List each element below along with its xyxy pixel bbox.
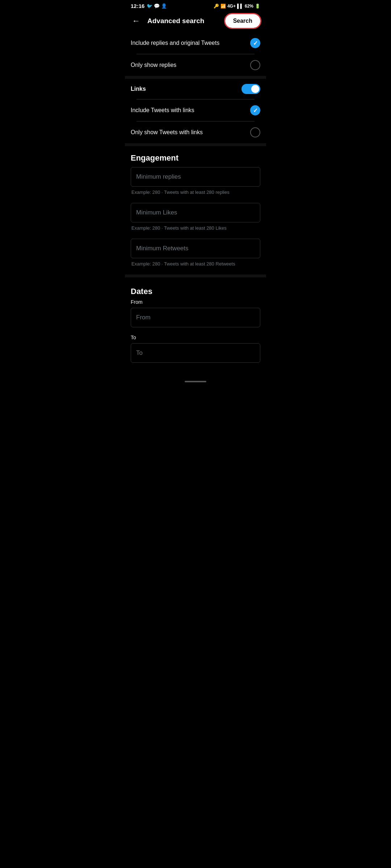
min-likes-group: Example: 280 · Tweets with at least 280 …: [125, 203, 266, 239]
bottom-indicator: [185, 381, 206, 382]
include-replies-label: Include replies and original Tweets: [131, 40, 219, 46]
status-right: 🔑 📶 4G+ ▌▌ 62% 🔋: [214, 4, 260, 9]
engagement-title: Engagement: [131, 153, 178, 162]
links-toggle[interactable]: [241, 84, 260, 94]
include-replies-row: Include replies and original Tweets: [131, 32, 260, 54]
status-left: 12:16 🐦 💬 👤: [131, 3, 167, 9]
tweets-section: Include replies and original Tweets Only…: [125, 32, 266, 76]
only-replies-label: Only show replies: [131, 62, 176, 68]
only-replies-checkbox[interactable]: [250, 60, 260, 70]
battery-icon: 🔋: [255, 4, 260, 9]
only-tweets-links-row: Only show Tweets with links: [131, 122, 260, 143]
from-date-group: [131, 308, 260, 335]
search-button[interactable]: Search: [225, 14, 260, 28]
include-tweets-links-checkbox[interactable]: [250, 105, 260, 115]
to-date-input[interactable]: [131, 343, 260, 363]
bottom-bar: [125, 377, 266, 384]
engagement-section: Engagement Example: 280 · Tweets with at…: [125, 146, 266, 275]
min-retweets-hint: Example: 280 · Tweets with at least 280 …: [131, 260, 260, 270]
min-likes-hint: Example: 280 · Tweets with at least 280 …: [131, 224, 260, 234]
to-label: To: [131, 335, 260, 340]
include-replies-checkbox[interactable]: [250, 38, 260, 48]
include-tweets-links-row: Include Tweets with links: [131, 99, 260, 121]
only-tweets-links-label: Only show Tweets with links: [131, 129, 203, 136]
engagement-header: Engagement: [125, 146, 266, 167]
wifi-icon: 📶: [220, 4, 226, 9]
battery-level: 62%: [245, 4, 253, 9]
notif-icons: 🐦 💬 👤: [147, 3, 167, 9]
status-bar: 12:16 🐦 💬 👤 🔑 📶 4G+ ▌▌ 62% 🔋: [125, 0, 266, 10]
links-title: Links: [131, 86, 146, 92]
to-date-group: [131, 343, 260, 370]
min-retweets-input[interactable]: [131, 239, 260, 258]
signal-text: 4G+: [227, 4, 236, 9]
min-retweets-group: Example: 280 · Tweets with at least 280 …: [125, 239, 266, 275]
back-button[interactable]: ←: [131, 15, 142, 27]
signal-bars: ▌▌: [237, 4, 243, 9]
min-replies-hint: Example: 280 · Tweets with at least 280 …: [131, 188, 260, 199]
from-label: From: [131, 299, 260, 305]
section-divider-1: [125, 76, 266, 79]
nav-left: ← Advanced search: [131, 15, 204, 27]
min-likes-input[interactable]: [131, 203, 260, 222]
only-tweets-links-checkbox[interactable]: [250, 127, 260, 137]
min-replies-group: Example: 280 · Tweets with at least 280 …: [125, 167, 266, 203]
links-section: Links Include Tweets with links Only sho…: [125, 79, 266, 143]
include-tweets-links-label: Include Tweets with links: [131, 107, 194, 114]
min-replies-input[interactable]: [131, 167, 260, 187]
dates-header: Dates: [131, 283, 260, 299]
section-divider-2: [125, 143, 266, 146]
section-divider-3: [125, 275, 266, 277]
only-replies-row: Only show replies: [131, 54, 260, 76]
nav-bar: ← Advanced search Search: [125, 10, 266, 32]
dates-title: Dates: [131, 287, 152, 296]
dates-section: Dates From To: [125, 277, 266, 370]
from-date-input[interactable]: [131, 308, 260, 327]
status-time: 12:16: [131, 3, 144, 9]
page-title: Advanced search: [147, 17, 204, 25]
links-header-row: Links: [131, 79, 260, 99]
key-icon: 🔑: [214, 4, 219, 9]
